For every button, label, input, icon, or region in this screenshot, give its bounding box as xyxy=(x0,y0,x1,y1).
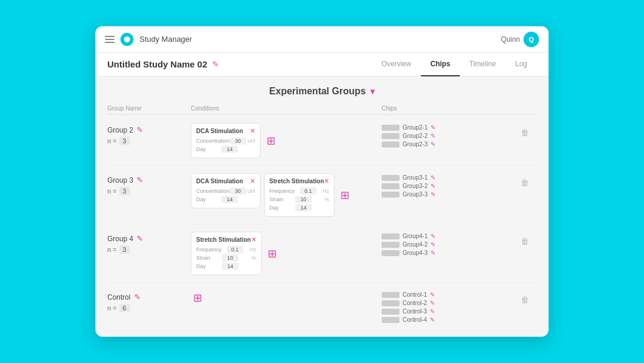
delete-group-button[interactable]: 🗑 xyxy=(521,128,529,137)
groups-dropdown-arrow[interactable]: ▾ xyxy=(370,87,374,96)
chip-edit-icon[interactable]: ✎ xyxy=(431,250,435,256)
chip-edit-icon[interactable]: ✎ xyxy=(431,233,435,239)
avatar[interactable]: Q xyxy=(524,32,539,47)
page-header-title: Experimental Groups ▾ xyxy=(270,86,375,97)
list-item: Group2-1 ✎ xyxy=(382,124,513,131)
table-header: Group Name Conditions Chips xyxy=(107,101,537,115)
chip-edit-icon[interactable]: ✎ xyxy=(430,308,435,315)
chip-edit-icon[interactable]: ✎ xyxy=(430,300,435,306)
chip-visual xyxy=(382,175,400,181)
col-header-chips: Chips xyxy=(382,105,513,112)
delete-group-button[interactable]: 🗑 xyxy=(521,178,529,187)
add-condition-button[interactable]: ⊞ xyxy=(264,133,278,149)
group-name-edit-icon[interactable]: ✎ xyxy=(137,125,143,134)
chip-edit-icon[interactable]: ✎ xyxy=(430,316,435,323)
group-name-edit-icon[interactable]: ✎ xyxy=(137,176,143,184)
chip-visual xyxy=(382,300,400,306)
chip-visual xyxy=(382,183,400,189)
app-logo xyxy=(120,33,134,46)
conditions-area: ⊞ xyxy=(191,290,382,306)
condition-card: DCA Stimulation ✕ Concentration 30 uM Da… xyxy=(191,173,261,208)
chips-area: Group4-1 ✎ Group4-2 ✎ Group4-3 ✎ xyxy=(382,232,513,256)
list-item: Control-1 ✎ xyxy=(382,291,513,298)
study-title-edit-icon[interactable]: ✎ xyxy=(212,60,219,69)
delete-group-button[interactable]: 🗑 xyxy=(521,236,529,246)
condition-close-icon[interactable]: ✕ xyxy=(324,177,329,185)
chip-visual xyxy=(382,292,400,298)
add-condition-button[interactable]: ⊞ xyxy=(338,187,352,203)
group-n-value: 3 xyxy=(119,187,130,195)
delete-col: 🗑 xyxy=(513,173,537,187)
group-name: Group 2 xyxy=(107,126,133,134)
group-n-value: 6 xyxy=(119,304,130,312)
chip-edit-icon[interactable]: ✎ xyxy=(431,174,435,181)
condition-close-icon[interactable]: ✕ xyxy=(251,236,256,244)
group-info: Group 2 ✎ n = 3 xyxy=(107,123,191,145)
page-header: Experimental Groups ▾ xyxy=(95,76,549,101)
nav-tabs: Overview Chips Timeline Log xyxy=(372,53,537,76)
chip-visual xyxy=(382,250,400,256)
main-content: Group Name Conditions Chips Group 2 ✎ n … xyxy=(95,101,549,337)
list-item: Group3-1 ✎ xyxy=(382,174,513,181)
col-header-conditions: Conditions xyxy=(191,105,382,112)
conditions-area: DCA Stimulation ✕ Concentration 30 uM Da… xyxy=(191,123,382,158)
study-title-area: Untitled Study Name 02 ✎ xyxy=(107,59,219,69)
delete-col: 🗑 xyxy=(513,290,537,304)
group-info: Group 4 ✎ n = 3 xyxy=(107,232,191,254)
conditions-area: Stretch Stimulation ✕ Frequency 0.1 Hz S… xyxy=(191,232,382,275)
study-title: Untitled Study Name 02 xyxy=(107,59,208,69)
chips-area: Group2-1 ✎ Group2-2 ✎ Group2-3 ✎ xyxy=(382,123,513,147)
tab-timeline[interactable]: Timeline xyxy=(460,53,506,76)
group-info: Group 3 ✎ n = 3 xyxy=(107,173,191,195)
list-item: Group4-1 ✎ xyxy=(382,233,513,239)
group-n-value: 3 xyxy=(119,137,130,145)
delete-col: 🗑 xyxy=(513,123,537,137)
group-name: Group 3 xyxy=(107,176,133,184)
chip-visual xyxy=(382,192,400,198)
list-item: Group2-2 ✎ xyxy=(382,133,513,139)
group-info: Control ✎ n = 6 xyxy=(107,290,191,312)
chip-visual xyxy=(382,125,400,131)
chip-edit-icon[interactable]: ✎ xyxy=(431,191,435,198)
user-name: Quinn xyxy=(501,35,520,44)
table-row: Control ✎ n = 6 ⊞ Control-1 ✎ xyxy=(107,283,537,331)
menu-button[interactable] xyxy=(105,36,114,43)
group-name-edit-icon[interactable]: ✎ xyxy=(137,234,143,243)
add-condition-button[interactable]: ⊞ xyxy=(265,246,279,262)
chip-visual xyxy=(382,141,400,147)
group-name-edit-icon[interactable]: ✎ xyxy=(134,293,141,302)
add-condition-button[interactable]: ⊞ xyxy=(191,290,205,306)
chips-area: Group3-1 ✎ Group3-2 ✎ Group3-3 ✎ xyxy=(382,173,513,198)
list-item: Group4-2 ✎ xyxy=(382,241,513,248)
chip-visual xyxy=(382,133,400,139)
list-item: Group3-3 ✎ xyxy=(382,191,513,198)
chip-edit-icon[interactable]: ✎ xyxy=(431,141,435,147)
tab-overview[interactable]: Overview xyxy=(372,53,421,76)
condition-close-icon[interactable]: ✕ xyxy=(250,177,255,185)
group-n-value: 3 xyxy=(119,245,130,254)
delete-group-button[interactable]: 🗑 xyxy=(521,295,529,304)
chip-edit-icon[interactable]: ✎ xyxy=(430,291,435,298)
nav-bar: Untitled Study Name 02 ✎ Overview Chips … xyxy=(95,53,549,76)
list-item: Group4-3 ✎ xyxy=(382,250,513,256)
chip-edit-icon[interactable]: ✎ xyxy=(431,124,435,131)
delete-col: 🗑 xyxy=(513,232,537,246)
tab-log[interactable]: Log xyxy=(506,53,537,76)
chips-area: Control-1 ✎ Control-2 ✎ Control-3 ✎ Cont… xyxy=(382,290,513,323)
app-title: Study Manager xyxy=(140,35,495,44)
condition-card: Stretch Stimulation ✕ Frequency 0.1 Hz S… xyxy=(191,232,262,275)
chip-edit-icon[interactable]: ✎ xyxy=(431,133,435,139)
chip-visual xyxy=(382,242,400,248)
chip-visual xyxy=(382,233,400,239)
group-name: Control xyxy=(107,293,131,302)
conditions-area: DCA Stimulation ✕ Concentration 30 uM Da… xyxy=(191,173,382,217)
condition-close-icon[interactable]: ✕ xyxy=(250,127,255,135)
table-row: Group 4 ✎ n = 3 Stretch Stimulation ✕ Fr… xyxy=(107,224,537,283)
tab-chips[interactable]: Chips xyxy=(421,53,460,76)
chip-edit-icon[interactable]: ✎ xyxy=(431,183,435,189)
table-row: Group 3 ✎ n = 3 DCA Stimulation ✕ Concen… xyxy=(107,166,537,224)
group-name: Group 4 xyxy=(107,235,133,243)
chip-edit-icon[interactable]: ✎ xyxy=(431,241,435,248)
col-header-group: Group Name xyxy=(107,105,191,112)
table-row: Group 2 ✎ n = 3 DCA Stimulation ✕ Concen… xyxy=(107,116,537,166)
